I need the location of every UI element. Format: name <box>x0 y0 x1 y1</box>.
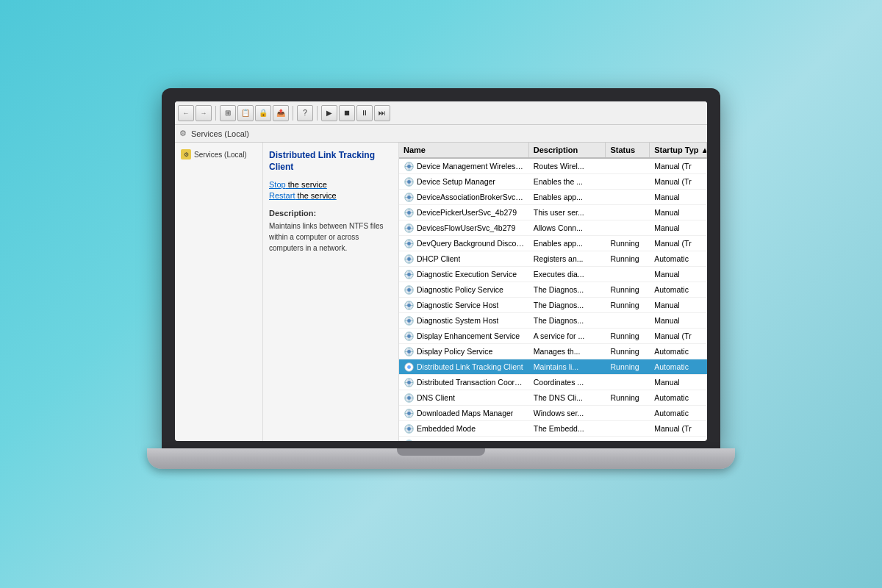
service-icon <box>404 284 414 295</box>
description-title: Description: <box>269 209 392 218</box>
service-startup-type: Automatic <box>650 391 707 404</box>
table-row[interactable]: DevicesFlowUserSvc_4b279Allows Conn...Ma… <box>399 220 707 236</box>
service-name: Diagnostic Policy Service <box>417 285 503 294</box>
address-bar: ⚙ Services (Local) <box>175 125 707 143</box>
export-button[interactable]: 📤 <box>273 105 289 121</box>
svg-point-5 <box>407 196 411 199</box>
service-startup-type: Manual (Tr <box>650 329 707 343</box>
service-name: Encrypting File System (EFS) <box>417 440 518 441</box>
service-startup-type: Automatic <box>650 406 707 420</box>
service-status <box>606 426 650 431</box>
service-icon <box>404 192 414 202</box>
service-description: This user ser... <box>529 206 606 219</box>
col-header-desc[interactable]: Description <box>529 143 606 157</box>
stop-suffix: the service <box>286 180 327 189</box>
table-row[interactable]: DevQuery Background Discovery BrokerEnab… <box>399 236 707 251</box>
separator-2 <box>293 106 293 121</box>
nav-pane: ⚙ Services (Local) <box>175 143 263 441</box>
svg-point-33 <box>407 412 411 415</box>
service-description: Allows Conn... <box>529 221 606 234</box>
service-startup-type: Manual (Tr <box>650 437 707 441</box>
restart-service-button[interactable]: ⏭ <box>374 105 390 121</box>
service-icon <box>404 331 414 341</box>
service-startup-type: Manual <box>650 268 707 281</box>
svg-point-9 <box>407 226 411 230</box>
service-description: Executes dia... <box>529 268 606 281</box>
service-icon <box>404 408 414 418</box>
services-icon: ⚙ <box>181 149 191 159</box>
service-name: Distributed Link Tracking Client <box>417 362 523 371</box>
stop-link[interactable]: Stop the service <box>269 180 392 189</box>
table-row[interactable]: Diagnostic Policy ServiceThe Diagnos...R… <box>399 282 707 298</box>
col-header-name[interactable]: Name <box>399 143 529 157</box>
svg-point-31 <box>407 396 411 400</box>
table-row[interactable]: Device Management Wireless Applicati...R… <box>399 159 707 174</box>
service-icon <box>404 223 414 233</box>
service-icon <box>404 176 414 187</box>
table-row[interactable]: Distributed Link Tracking ClientMaintain… <box>399 359 707 375</box>
laptop-screen: ← → ⊞ 📋 🔒 📤 ? ▶ ⏹ ⏸ ⏭ ⚙ Services (Local) <box>175 101 707 441</box>
col-header-status[interactable]: Status <box>606 143 650 157</box>
table-row[interactable]: Diagnostic Execution ServiceExecutes dia… <box>399 267 707 282</box>
service-status <box>606 318 650 323</box>
service-status <box>606 195 650 199</box>
help-button[interactable]: ? <box>297 105 313 121</box>
table-row[interactable]: DevicePickerUserSvc_4b279This user ser..… <box>399 205 707 220</box>
main-content: ⚙ Services (Local) Distributed Link Trac… <box>175 143 707 441</box>
col-header-startup[interactable]: Startup Typ ▲ <box>650 143 707 157</box>
table-row[interactable]: Embedded ModeThe Embedd...Manual (Tr <box>399 421 707 437</box>
back-button[interactable]: ← <box>178 105 194 121</box>
service-description: The Diagnos... <box>529 298 606 312</box>
svg-point-13 <box>407 257 411 261</box>
table-row[interactable]: Display Enhancement ServiceA service for… <box>399 329 707 344</box>
service-name: DHCP Client <box>417 254 460 263</box>
pause-service-button[interactable]: ⏸ <box>356 105 373 121</box>
table-row[interactable]: Display Policy ServiceManages th...Runni… <box>399 344 707 359</box>
svg-point-21 <box>407 319 411 323</box>
service-startup-type: Manual (Tr <box>650 237 707 250</box>
list-body: Device Management Wireless Applicati...R… <box>399 159 707 441</box>
table-row[interactable]: Downloaded Maps ManagerWindows ser...Aut… <box>399 406 707 421</box>
service-description: The Diagnos... <box>529 283 606 296</box>
service-startup-type: Manual (Tr <box>650 159 707 173</box>
table-row[interactable]: Diagnostic Service HostThe Diagnos...Run… <box>399 298 707 313</box>
table-row[interactable]: Device Setup ManagerEnables the ...Manua… <box>399 174 707 190</box>
description-text: Maintains links between NTFS files withi… <box>269 220 392 254</box>
service-status <box>606 411 650 415</box>
service-name: Embedded Mode <box>417 424 476 433</box>
table-row[interactable]: DHCP ClientRegisters an...RunningAutomat… <box>399 251 707 267</box>
service-description: Windows ser... <box>529 406 606 420</box>
service-icon <box>404 254 414 264</box>
service-description: Routes Wirel... <box>529 159 606 173</box>
table-row[interactable]: Encrypting File System (EFS)Provides the… <box>399 437 707 441</box>
svg-point-25 <box>407 350 411 354</box>
service-startup-type: Automatic <box>650 283 707 296</box>
lock-button[interactable]: 🔒 <box>255 105 271 121</box>
forward-button[interactable]: → <box>196 105 212 121</box>
service-icon <box>404 392 414 403</box>
separator-3 <box>317 106 318 121</box>
copy-button[interactable]: 📋 <box>237 105 254 121</box>
service-startup-type: Manual <box>650 206 707 219</box>
service-name: Diagnostic Service Host <box>417 301 498 309</box>
restart-label: Restart <box>269 191 295 200</box>
svg-point-3 <box>407 180 411 184</box>
table-row[interactable]: Diagnostic System HostThe Diagnos...Manu… <box>399 313 707 329</box>
service-status: Running <box>606 237 650 250</box>
show-grid-button[interactable]: ⊞ <box>220 105 236 121</box>
stop-service-button[interactable]: ⏹ <box>339 105 355 121</box>
svg-point-15 <box>407 273 411 276</box>
service-icon <box>404 439 414 441</box>
address-icon: ⚙ <box>179 129 187 138</box>
nav-item-services[interactable]: ⚙ Services (Local) <box>178 147 259 162</box>
restart-link[interactable]: Restart the service <box>269 191 392 200</box>
table-row[interactable]: DeviceAssociationBrokerSvc_4b279Enables … <box>399 190 707 205</box>
service-startup-type: Manual <box>650 314 707 327</box>
start-service-button[interactable]: ▶ <box>321 105 337 121</box>
table-row[interactable]: DNS ClientThe DNS Cli...RunningAutomatic <box>399 390 707 406</box>
service-name: Device Management Wireless Applicati... <box>417 162 525 171</box>
table-row[interactable]: Distributed Transaction CoordinatorCoord… <box>399 375 707 390</box>
svg-point-7 <box>407 211 411 215</box>
svg-point-35 <box>407 427 411 431</box>
left-panel: Distributed Link Tracking Client Stop th… <box>263 143 399 441</box>
